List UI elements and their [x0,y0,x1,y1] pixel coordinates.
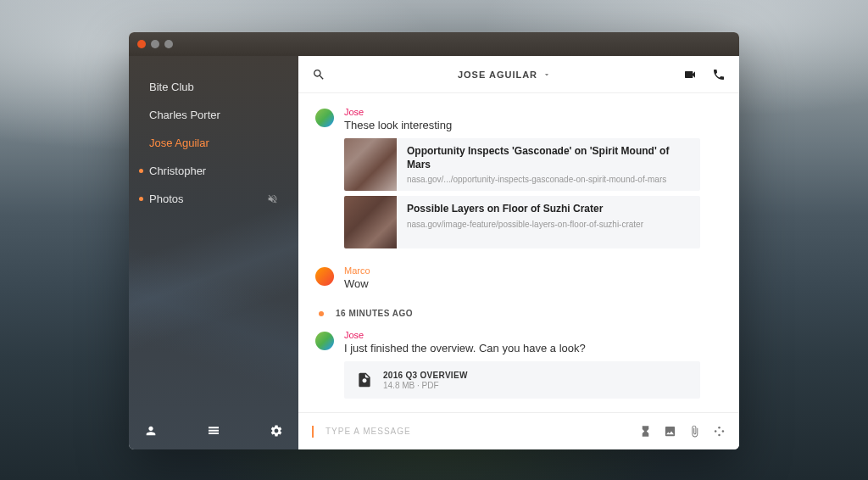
svg-point-1 [718,427,721,429]
video-call-icon[interactable] [683,68,697,81]
titlebar [129,32,739,56]
message-group: Jose These look interesting Opportunity … [315,107,722,254]
conversation-list: Bite Club Charles Porter Jose Aguilar Ch… [129,56,298,412]
search-icon[interactable] [312,68,326,81]
link-url: nasa.gov/image-feature/possible-layers-o… [407,220,643,229]
message-text: Wow [344,277,722,290]
unread-dot-icon [139,197,143,201]
avatar[interactable] [315,332,334,350]
svg-point-2 [722,430,725,433]
unread-dot-icon [139,169,143,173]
link-thumbnail [344,138,397,191]
file-icon [356,370,373,390]
app-window: Bite Club Charles Porter Jose Aguilar Ch… [129,32,739,449]
svg-point-0 [715,430,717,433]
avatar[interactable] [315,109,334,127]
link-thumbnail [344,196,397,248]
time-separator: 16 MINUTES AGO [315,309,722,318]
sidebar-item-label: Christopher [149,165,206,177]
archive-icon[interactable] [207,424,220,438]
more-icon[interactable] [713,425,726,438]
chat-scroll[interactable]: Jose These look interesting Opportunity … [298,93,739,412]
sender-name: Marco [344,265,722,276]
settings-icon[interactable] [270,424,283,438]
message-input[interactable]: TYPE A MESSAGE [326,427,627,436]
link-preview[interactable]: Possible Layers on Floor of Suzhi Crater… [344,196,700,248]
audio-call-icon[interactable] [712,68,726,81]
sidebar-item-label: Bite Club [149,81,194,93]
link-title: Opportunity Inspects 'Gasconade' on 'Spi… [407,145,690,171]
sidebar: Bite Club Charles Porter Jose Aguilar Ch… [129,56,298,449]
image-icon[interactable] [664,425,676,438]
message-text: I just finished the overview. Can you ha… [344,342,722,354]
link-url: nasa.gov/.../opportunity-inspects-gascon… [407,175,690,184]
file-attachment[interactable]: 2016 Q3 OVERVIEW 14.8 MB · PDF [344,361,700,399]
chat-header: JOSE AGUILAR [298,56,739,93]
muted-icon [267,193,278,204]
separator-dot-icon [319,311,324,316]
message-text: These look interesting [344,119,722,131]
chevron-down-icon [542,70,551,79]
link-title: Possible Layers on Floor of Suzhi Crater [407,203,643,216]
message-group: Marco Wow [315,265,722,297]
sidebar-item-label: Jose Aguilar [149,137,209,149]
sidebar-footer [129,412,298,449]
window-minimize-button[interactable] [151,40,159,48]
contacts-icon[interactable] [144,424,158,438]
sidebar-item-photos[interactable]: Photos [129,185,298,213]
sidebar-item-label: Photos [149,193,183,205]
attachment-icon[interactable] [688,425,701,438]
separator-label: 16 MINUTES AGO [336,309,413,318]
avatar[interactable] [315,267,334,286]
chat-title-text: JOSE AGUILAR [458,70,537,80]
sidebar-item-christopher[interactable]: Christopher [129,157,298,185]
svg-point-3 [718,434,721,437]
sidebar-item-bite-club[interactable]: Bite Club [129,73,298,101]
sender-name: Jose [344,330,722,340]
sidebar-item-jose-aguilar[interactable]: Jose Aguilar [129,129,298,157]
message-group: Jose I just finished the overview. Can y… [315,330,722,399]
sidebar-item-charles-porter[interactable]: Charles Porter [129,101,298,129]
timer-icon[interactable] [639,425,652,438]
window-close-button[interactable] [137,40,146,48]
sidebar-item-label: Charles Porter [149,109,220,121]
link-preview[interactable]: Opportunity Inspects 'Gasconade' on 'Spi… [344,138,700,191]
sender-name: Jose [344,107,722,117]
main-panel: JOSE AGUILAR Jose Thes [298,56,739,449]
window-maximize-button[interactable] [164,40,173,48]
file-meta: 14.8 MB · PDF [383,381,468,390]
composer-cursor-icon [312,426,314,438]
file-name: 2016 Q3 OVERVIEW [383,371,468,380]
chat-title[interactable]: JOSE AGUILAR [326,70,683,80]
composer: TYPE A MESSAGE [298,412,739,449]
